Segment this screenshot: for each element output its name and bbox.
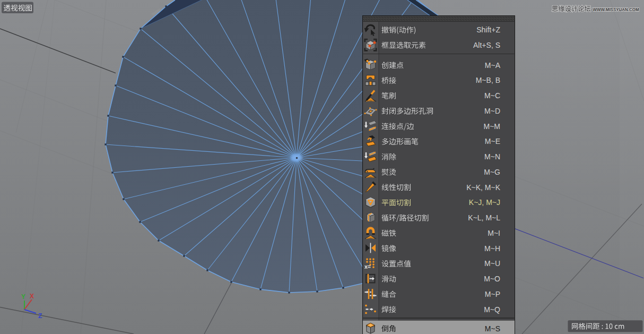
svg-text:M~H: M~H [484,244,500,253]
svg-text:x=: x= [364,263,371,270]
svg-text:M~S: M~S [485,324,500,333]
svg-text:Shift+Z: Shift+Z [476,25,500,34]
svg-text:K~L, M~L: K~L, M~L [468,213,500,222]
svg-text:M~E: M~E [485,137,500,145]
svg-text:M~G: M~G [484,168,500,176]
svg-text:K~K, M~K: K~K, M~K [466,183,500,192]
svg-text:M~C: M~C [484,91,500,100]
svg-text:K~J, M~J: K~J, M~J [469,198,500,207]
svg-text:M~D: M~D [484,107,500,115]
svg-text:M~I: M~I [488,229,500,237]
svg-text:Y: Y [21,293,25,301]
svg-text:Z: Z [38,312,42,320]
svg-text:M~B, B: M~B, B [476,76,500,84]
svg-text:M~U: M~U [484,259,500,268]
svg-text:M~N: M~N [484,152,500,161]
svg-text:M~O: M~O [484,275,500,283]
svg-text:M~P: M~P [485,290,500,298]
svg-text:M~Q: M~Q [484,305,500,314]
svg-text:M~A: M~A [485,61,501,70]
svg-text:Alt+S, S: Alt+S, S [473,41,500,49]
svg-text:M~M: M~M [484,122,501,131]
svg-text:WWW.MISSYUAN.COM: WWW.MISSYUAN.COM [593,7,639,12]
svg-text:X: X [30,293,34,300]
